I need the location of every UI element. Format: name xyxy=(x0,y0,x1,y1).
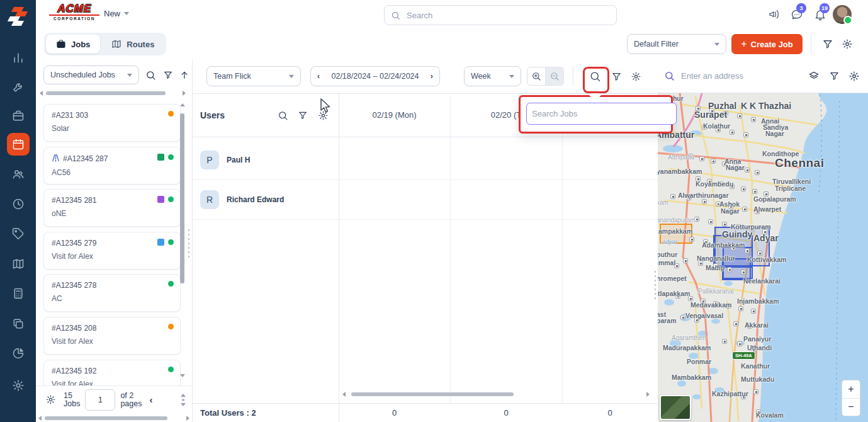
poi-marker-icon xyxy=(738,306,743,311)
poi-marker-icon xyxy=(757,251,762,256)
job-id: #A12345 287 xyxy=(52,154,172,164)
map-zoom-out-button[interactable]: − xyxy=(842,399,860,416)
chevron-down-icon xyxy=(509,75,514,78)
date-range-value: 02/18/2024 – 02/24/2024 xyxy=(331,72,419,81)
timesheet-icon[interactable] xyxy=(7,193,30,215)
users-icon[interactable] xyxy=(7,163,30,186)
page-number-input[interactable] xyxy=(85,389,115,411)
default-filter-dropdown[interactable]: Default Filter xyxy=(627,34,726,54)
user-avatar-initial: R xyxy=(200,190,219,209)
job-type-square xyxy=(157,154,164,161)
map-place-label: Nagar xyxy=(765,130,784,137)
jobs-footer-hscrollbar[interactable] xyxy=(38,416,189,421)
create-job-label: Create Job xyxy=(751,40,793,49)
settings-gear-icon[interactable] xyxy=(839,36,855,52)
jobs-header-hscrollbar[interactable] xyxy=(40,91,186,96)
tab-jobs[interactable]: Jobs xyxy=(46,35,100,54)
users-settings-icon[interactable] xyxy=(315,107,331,123)
search-jobs-input[interactable] xyxy=(526,103,677,125)
grid-vline xyxy=(339,93,339,422)
invoice-icon[interactable] xyxy=(7,282,30,305)
map-place-label: Kanathur xyxy=(741,362,770,370)
job-view-dropdown[interactable]: Unscheduled Jobs xyxy=(43,66,139,84)
app-logo[interactable] xyxy=(6,4,29,27)
panel-resize-handle[interactable] xyxy=(188,228,190,259)
map-place-label: Alwarpet xyxy=(753,205,781,213)
search-icon-highlight xyxy=(583,67,609,93)
create-job-button[interactable]: + Create Job xyxy=(731,34,803,54)
job-card[interactable]: #A12345 208Visit for Alex xyxy=(43,317,181,355)
jobs-scroll-up[interactable] xyxy=(180,103,185,106)
settings-icon[interactable] xyxy=(7,374,30,397)
tab-routes[interactable]: Routes xyxy=(101,35,164,54)
job-id: #A12345 281 xyxy=(52,196,172,205)
map-place-label: Guindy xyxy=(722,229,752,239)
prev-page-chevron[interactable]: ‹ xyxy=(149,394,152,405)
zoom-out-button[interactable] xyxy=(545,67,564,86)
date-prev-chevron[interactable]: ‹ xyxy=(317,72,320,81)
user-row[interactable]: RRichard Edward xyxy=(193,180,339,219)
poi-marker-icon xyxy=(699,156,704,161)
job-card[interactable]: #A12345 281oNE xyxy=(43,189,181,227)
map-settings-icon[interactable] xyxy=(847,69,862,84)
pagination-stepper[interactable] xyxy=(181,394,186,406)
job-search-icon[interactable] xyxy=(143,67,158,83)
jobs-list-panel: Unscheduled Jobs #A231 303Solar#A12345 2… xyxy=(36,59,193,422)
jobs-scroll-down[interactable] xyxy=(180,374,185,377)
dispatch-board-icon[interactable] xyxy=(7,133,30,156)
satellite-minimap-toggle[interactable] xyxy=(660,395,691,420)
zoom-in-button[interactable] xyxy=(527,67,546,86)
team-value: Team Flick xyxy=(213,72,251,81)
scheduler-settings-icon[interactable] xyxy=(628,68,644,84)
map-zoom-in-button[interactable]: + xyxy=(842,380,860,399)
analytics-icon[interactable] xyxy=(7,47,30,69)
map-place-label: Medavakkam xyxy=(690,301,731,309)
view-mode-dropdown[interactable]: Week xyxy=(464,66,521,86)
global-search[interactable] xyxy=(384,5,617,25)
map-canvas[interactable]: othurPuzhalK K ThazhaiSurapetKolathurAnn… xyxy=(658,93,868,422)
job-id: #A12345 192 xyxy=(52,367,172,375)
scheduler-filter-icon[interactable] xyxy=(608,68,624,84)
reports-icon[interactable] xyxy=(7,342,30,365)
map-layers-icon[interactable] xyxy=(806,69,821,84)
user-avatar[interactable] xyxy=(833,5,852,24)
day-total: 0 xyxy=(450,403,562,422)
job-filter-icon[interactable] xyxy=(161,67,176,83)
address-search-input[interactable] xyxy=(680,71,801,81)
job-title: oNE xyxy=(52,209,172,218)
job-sort-icon[interactable] xyxy=(177,67,192,83)
map-place-label: Triplicane xyxy=(775,185,806,192)
search-jobs-popup xyxy=(519,95,673,134)
panel-resize-handle[interactable] xyxy=(654,270,657,301)
team-dropdown[interactable]: Team Flick xyxy=(206,66,301,86)
map-filter-icon[interactable] xyxy=(826,69,842,84)
users-search-icon[interactable] xyxy=(274,107,291,123)
job-card[interactable]: #A12345 278AC xyxy=(43,274,181,312)
map-place-label: Muttukadu xyxy=(741,375,774,383)
poi-marker-icon xyxy=(745,248,750,253)
filter-icon[interactable] xyxy=(820,36,836,52)
tags-icon[interactable] xyxy=(7,222,30,245)
jobs-icon[interactable] xyxy=(7,105,30,127)
users-filter-icon[interactable] xyxy=(295,107,311,123)
chevron-down-icon xyxy=(714,43,719,46)
map-place-label: Nanganallur xyxy=(697,254,735,262)
tools-icon[interactable] xyxy=(7,76,30,98)
date-next-chevron[interactable]: › xyxy=(431,72,433,81)
user-row[interactable]: PPaul H xyxy=(193,140,339,180)
workspace-dropdown[interactable]: New xyxy=(104,9,129,18)
workspace-label: New xyxy=(104,9,120,18)
poi-marker-icon xyxy=(711,159,716,164)
scheduler-hscrollbar[interactable] xyxy=(342,392,650,397)
documents-icon[interactable] xyxy=(7,312,30,335)
map-icon[interactable] xyxy=(7,253,30,275)
global-search-input[interactable] xyxy=(405,10,610,21)
job-card[interactable]: #A12345 287AC56 xyxy=(43,147,181,185)
pagination-settings-icon[interactable] xyxy=(42,392,59,408)
jobs-vscrollbar[interactable] xyxy=(180,113,184,283)
job-card[interactable]: #A231 303Solar xyxy=(43,104,181,142)
job-card[interactable]: #A12345 279Visit for Alex xyxy=(43,232,181,270)
job-id: #A12345 208 xyxy=(52,324,172,333)
job-id: #A231 303 xyxy=(52,111,172,120)
announcements-icon[interactable] xyxy=(766,6,782,23)
